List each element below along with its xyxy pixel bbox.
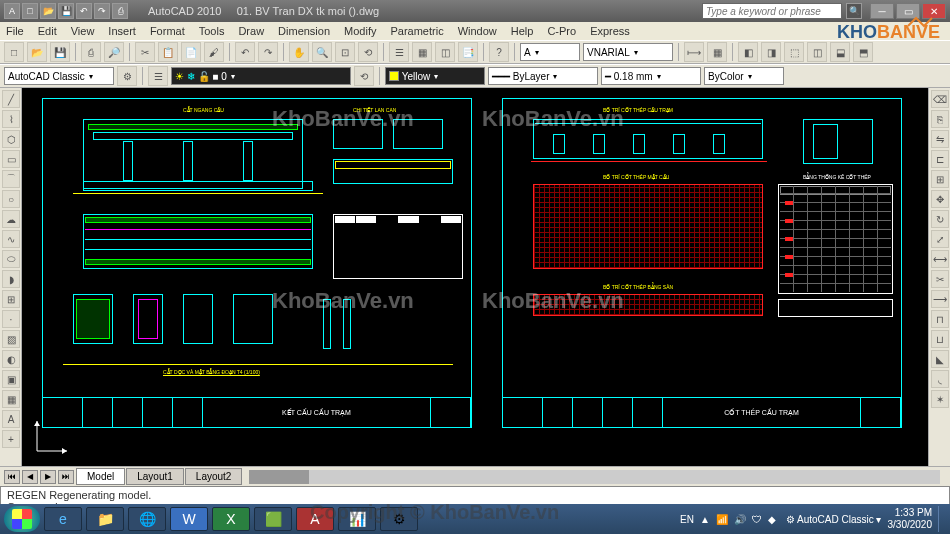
line-tool[interactable]: ╱ [2, 90, 20, 108]
layer-props-button[interactable]: ☰ [148, 66, 168, 86]
props-button[interactable]: ☰ [389, 42, 409, 62]
tray-flag-icon[interactable]: ▲ [700, 514, 710, 525]
ellipse-tool[interactable]: ⬭ [2, 250, 20, 268]
task-autocad[interactable]: A [296, 507, 334, 531]
status-workspace[interactable]: ⚙ AutoCAD Classic ▾ [786, 514, 882, 525]
menu-view[interactable]: View [71, 25, 95, 37]
show-desktop[interactable] [938, 506, 946, 532]
workspace-select[interactable]: AutoCAD Classic [4, 67, 114, 85]
new-button[interactable]: □ [4, 42, 24, 62]
task-explorer[interactable]: 📁 [86, 507, 124, 531]
clock[interactable]: 1:33 PM 3/30/2020 [888, 507, 933, 531]
copy-button[interactable]: 📋 [158, 42, 178, 62]
explode-tool[interactable]: ✶ [931, 390, 949, 408]
app-icon[interactable]: A [4, 3, 20, 19]
help-button[interactable]: ? [489, 42, 509, 62]
ssm-button[interactable]: 📑 [458, 42, 478, 62]
search-box[interactable] [702, 3, 842, 19]
menu-parametric[interactable]: Parametric [390, 25, 443, 37]
minimize-button[interactable]: ─ [870, 3, 894, 19]
task-app3[interactable]: ⚙ [380, 507, 418, 531]
revcloud-tool[interactable]: ☁ [2, 210, 20, 228]
ti5[interactable]: ⬓ [830, 42, 850, 62]
plot-button[interactable]: ⎙ [81, 42, 101, 62]
drawing-canvas[interactable]: CẮT NGANG CẦU CHI TIẾT LAN CAN [22, 88, 928, 466]
arc-tool[interactable]: ⌒ [2, 170, 20, 188]
tab-layout2[interactable]: Layout2 [185, 468, 243, 485]
move-tool[interactable]: ✥ [931, 190, 949, 208]
menu-format[interactable]: Format [150, 25, 185, 37]
text-style-select[interactable]: A [520, 43, 580, 61]
ti3[interactable]: ⬚ [784, 42, 804, 62]
trim-tool[interactable]: ✂ [931, 270, 949, 288]
lineweight-select[interactable]: ━ 0.18 mm [601, 67, 701, 85]
tab-last[interactable]: ⏭ [58, 470, 74, 484]
cut-button[interactable]: ✂ [135, 42, 155, 62]
menu-help[interactable]: Help [511, 25, 534, 37]
table-tool[interactable]: ▦ [2, 390, 20, 408]
menu-express[interactable]: Express [590, 25, 630, 37]
array-tool[interactable]: ⊞ [931, 170, 949, 188]
task-chrome[interactable]: 🌐 [128, 507, 166, 531]
menu-draw[interactable]: Draw [238, 25, 264, 37]
task-excel[interactable]: X [212, 507, 250, 531]
tray-shield-icon[interactable]: 🛡 [752, 514, 762, 525]
redo-button[interactable]: ↷ [258, 42, 278, 62]
point-tool[interactable]: · [2, 310, 20, 328]
zoomwin-button[interactable]: ⊡ [335, 42, 355, 62]
copy-tool[interactable]: ⎘ [931, 110, 949, 128]
hatch-tool[interactable]: ▨ [2, 330, 20, 348]
task-app2[interactable]: 📊 [338, 507, 376, 531]
ti6[interactable]: ⬒ [853, 42, 873, 62]
join-tool[interactable]: ⊔ [931, 330, 949, 348]
ti1[interactable]: ◧ [738, 42, 758, 62]
open-button[interactable]: 📂 [27, 42, 47, 62]
save-button[interactable]: 💾 [50, 42, 70, 62]
task-app1[interactable]: 🟩 [254, 507, 292, 531]
font-select[interactable]: VNARIAL [583, 43, 673, 61]
addsel-tool[interactable]: + [2, 430, 20, 448]
tray-volume-icon[interactable]: 🔊 [734, 514, 746, 525]
menu-edit[interactable]: Edit [38, 25, 57, 37]
table-button[interactable]: ▦ [707, 42, 727, 62]
linetype-select[interactable]: ━━━ ByLayer [488, 67, 598, 85]
offset-tool[interactable]: ⊏ [931, 150, 949, 168]
grad-tool[interactable]: ◐ [2, 350, 20, 368]
ti2[interactable]: ◨ [761, 42, 781, 62]
pline-tool[interactable]: ⌇ [2, 110, 20, 128]
pan-button[interactable]: ✋ [289, 42, 309, 62]
polygon-tool[interactable]: ⬡ [2, 130, 20, 148]
stretch-tool[interactable]: ⟷ [931, 250, 949, 268]
print-icon[interactable]: ⎙ [112, 3, 128, 19]
zoom-button[interactable]: 🔍 [312, 42, 332, 62]
color-select[interactable]: Yellow [385, 67, 485, 85]
lang-indicator[interactable]: EN [680, 514, 694, 525]
save-icon[interactable]: 💾 [58, 3, 74, 19]
tp-button[interactable]: ◫ [435, 42, 455, 62]
scale-tool[interactable]: ⤢ [931, 230, 949, 248]
zoomprev-button[interactable]: ⟲ [358, 42, 378, 62]
menu-tools[interactable]: Tools [199, 25, 225, 37]
rotate-tool[interactable]: ↻ [931, 210, 949, 228]
paste-button[interactable]: 📄 [181, 42, 201, 62]
circle-tool[interactable]: ○ [2, 190, 20, 208]
tab-prev[interactable]: ◀ [22, 470, 38, 484]
task-word[interactable]: W [170, 507, 208, 531]
tray-app-icon[interactable]: ◆ [768, 514, 776, 525]
break-tool[interactable]: ⊓ [931, 310, 949, 328]
menu-modify[interactable]: Modify [344, 25, 376, 37]
dc-button[interactable]: ▦ [412, 42, 432, 62]
menu-window[interactable]: Window [458, 25, 497, 37]
search-input[interactable] [702, 3, 842, 19]
task-ie[interactable]: e [44, 507, 82, 531]
tab-model[interactable]: Model [76, 468, 125, 485]
match-button[interactable]: 🖌 [204, 42, 224, 62]
ti4[interactable]: ◫ [807, 42, 827, 62]
menu-cpro[interactable]: C-Pro [547, 25, 576, 37]
tab-layout1[interactable]: Layout1 [126, 468, 184, 485]
undo-button[interactable]: ↶ [235, 42, 255, 62]
tab-next[interactable]: ▶ [40, 470, 56, 484]
mtext-tool[interactable]: A [2, 410, 20, 428]
mirror-tool[interactable]: ⇋ [931, 130, 949, 148]
erase-tool[interactable]: ⌫ [931, 90, 949, 108]
